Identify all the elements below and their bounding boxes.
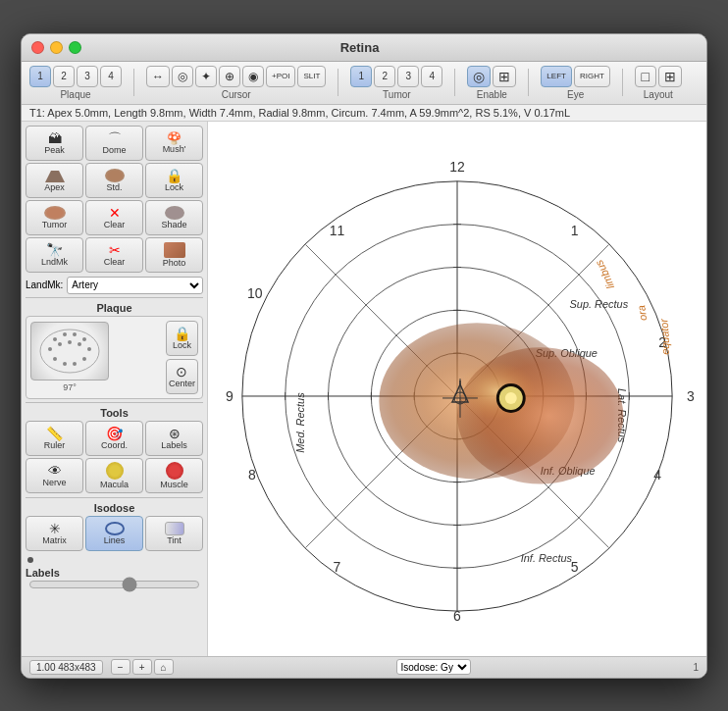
macula-label: Macula bbox=[100, 480, 129, 489]
tint-label: Tint bbox=[167, 535, 182, 545]
nerve-button[interactable]: 👁 Nerve bbox=[26, 458, 83, 493]
svg-point-3 bbox=[73, 332, 77, 336]
tumor-tool-button[interactable]: Tumor bbox=[26, 200, 83, 235]
tumor-btn-1[interactable]: 1 bbox=[350, 66, 372, 87]
ruler-label: Ruler bbox=[44, 440, 66, 450]
ruler-button[interactable]: 📏 Ruler bbox=[26, 421, 83, 456]
cursor-btn-poi[interactable]: +POI bbox=[266, 66, 295, 87]
photo-button[interactable]: Photo bbox=[145, 237, 203, 273]
svg-text:11: 11 bbox=[330, 222, 345, 237]
status-bar: 1.00 483x483 − + ⌂ Isodose: Gy Isodose: … bbox=[22, 656, 706, 678]
clear-button[interactable]: ✕ Clear bbox=[85, 200, 143, 235]
clear2-label: Clear bbox=[104, 257, 126, 267]
nerve-label: Nerve bbox=[42, 478, 66, 487]
svg-text:Sup. Rectus: Sup. Rectus bbox=[570, 298, 629, 310]
plaque-center-label: Center bbox=[169, 379, 195, 388]
peak-button[interactable]: 🏔 Peak bbox=[26, 126, 83, 161]
lines-button[interactable]: Lines bbox=[85, 516, 143, 551]
clear-label: Clear bbox=[104, 220, 126, 229]
minimize-button[interactable] bbox=[50, 41, 63, 54]
enable-btn-circle[interactable]: ◎ bbox=[467, 66, 491, 87]
eye-btn-right[interactable]: RIGHT bbox=[574, 66, 610, 87]
labels-section: Labels bbox=[26, 557, 203, 588]
svg-text:8: 8 bbox=[248, 466, 256, 482]
svg-text:6: 6 bbox=[453, 608, 461, 624]
svg-point-0 bbox=[40, 330, 99, 373]
photo-label: Photo bbox=[163, 258, 186, 268]
plaque-label: Plaque bbox=[60, 89, 90, 100]
enable-label: Enable bbox=[477, 89, 507, 100]
plaque-btn-3[interactable]: 3 bbox=[77, 66, 98, 87]
divider3 bbox=[26, 497, 203, 498]
polar-chart[interactable]: 12 1 2 3 4 5 6 7 8 9 10 11 Sup. Rectus S… bbox=[208, 122, 706, 656]
svg-point-5 bbox=[48, 347, 52, 351]
svg-point-11 bbox=[63, 362, 67, 366]
shade-button[interactable]: Shade bbox=[145, 200, 203, 235]
enable-btn-grid[interactable]: ⊞ bbox=[493, 66, 516, 87]
tint-button[interactable]: Tint bbox=[145, 516, 203, 551]
coord-button[interactable]: 🎯 Coord. bbox=[85, 421, 143, 456]
matrix-button[interactable]: ✳ Matrix bbox=[26, 516, 83, 551]
home-button[interactable]: ⌂ bbox=[154, 659, 174, 675]
tumor-btn-2[interactable]: 2 bbox=[374, 66, 395, 87]
plaque-btn-2[interactable]: 2 bbox=[53, 66, 75, 87]
close-button[interactable] bbox=[31, 41, 44, 54]
toolbar-tumor-group: 1 2 3 4 Tumor bbox=[350, 66, 442, 100]
plaque-center-button[interactable]: ⊙ Center bbox=[166, 359, 198, 394]
cursor-btn-move[interactable]: ↔ bbox=[146, 66, 170, 87]
muscle-button[interactable]: Muscle bbox=[145, 458, 203, 493]
lndmk-button[interactable]: 🔭 LndMk bbox=[26, 237, 83, 273]
landmark-select[interactable]: Artery Vein Nerve bbox=[67, 277, 203, 294]
svg-point-9 bbox=[87, 347, 91, 351]
eye-btn-left[interactable]: LEFT bbox=[541, 66, 572, 87]
zoom-in-button[interactable]: + bbox=[132, 659, 152, 675]
isodose-control: Isodose: Gy Isodose: % bbox=[396, 659, 471, 675]
mush-button[interactable]: 🍄 Mush' bbox=[145, 126, 203, 161]
svg-point-13 bbox=[82, 357, 86, 361]
sep3 bbox=[454, 69, 455, 96]
lines-label: Lines bbox=[104, 535, 126, 545]
main-area: 🏔 Peak ⌒ Dome 🍄 Mush' Apex Std. bbox=[22, 122, 706, 656]
dome-button[interactable]: ⌒ Dome bbox=[85, 126, 143, 161]
plaque-degree: 97° bbox=[63, 382, 77, 392]
cursor-btn-dot[interactable]: ◉ bbox=[242, 66, 264, 87]
std-button[interactable]: Std. bbox=[85, 163, 143, 198]
window-title: Retina bbox=[81, 40, 638, 55]
labels-slider[interactable] bbox=[29, 581, 199, 588]
labels-dot-left bbox=[27, 557, 33, 563]
dome-label: Dome bbox=[102, 145, 126, 155]
plaque-lock-button[interactable]: 🔒 Lock bbox=[166, 321, 198, 356]
cursor-btn-star[interactable]: ✦ bbox=[195, 66, 217, 87]
lock-button[interactable]: 🔒 Lock bbox=[145, 163, 203, 198]
sep4 bbox=[528, 69, 529, 96]
tumor-tool-label: Tumor bbox=[42, 220, 68, 229]
clear2-button[interactable]: ✂ Clear bbox=[85, 237, 143, 273]
tumor-btn-4[interactable]: 4 bbox=[421, 66, 442, 87]
toolbar: 1 2 3 4 Plaque ↔ ◎ ✦ ⊕ ◉ +POI SLIT Curso… bbox=[22, 62, 706, 105]
zoom-display: 1.00 483x483 bbox=[29, 660, 103, 675]
plaque-btn-4[interactable]: 4 bbox=[100, 66, 122, 87]
cursor-btn-circle[interactable]: ◎ bbox=[172, 66, 193, 87]
tumor-btn-3[interactable]: 3 bbox=[397, 66, 419, 87]
svg-text:7: 7 bbox=[334, 559, 341, 575]
zoom-out-button[interactable]: − bbox=[111, 659, 130, 675]
svg-text:Inf. Rectus: Inf. Rectus bbox=[521, 552, 573, 564]
plaque-btn-1[interactable]: 1 bbox=[29, 66, 51, 87]
landmark-row-label: LandMk: bbox=[26, 279, 63, 290]
sep2 bbox=[338, 69, 338, 96]
macula-button[interactable]: Macula bbox=[85, 458, 143, 493]
peak-label: Peak bbox=[44, 145, 65, 155]
labels-button[interactable]: ⊛ Labels bbox=[145, 421, 203, 456]
layout-btn-single[interactable]: □ bbox=[635, 66, 656, 87]
plaque-section: 97° 🔒 Lock ⊙ Center bbox=[26, 316, 203, 399]
cursor-btn-slit[interactable]: SLIT bbox=[297, 66, 326, 87]
titlebar: Retina bbox=[22, 34, 706, 62]
page-number: 1 bbox=[693, 662, 699, 673]
layout-label: Layout bbox=[644, 89, 673, 100]
cursor-btn-plus[interactable]: ⊕ bbox=[219, 66, 240, 87]
toolbar-layout-group: □ ⊞ Layout bbox=[635, 66, 682, 100]
layout-btn-grid[interactable]: ⊞ bbox=[658, 66, 682, 87]
isodose-select[interactable]: Isodose: Gy Isodose: % bbox=[396, 659, 471, 675]
maximize-button[interactable] bbox=[69, 41, 81, 54]
apex-button[interactable]: Apex bbox=[26, 163, 83, 198]
